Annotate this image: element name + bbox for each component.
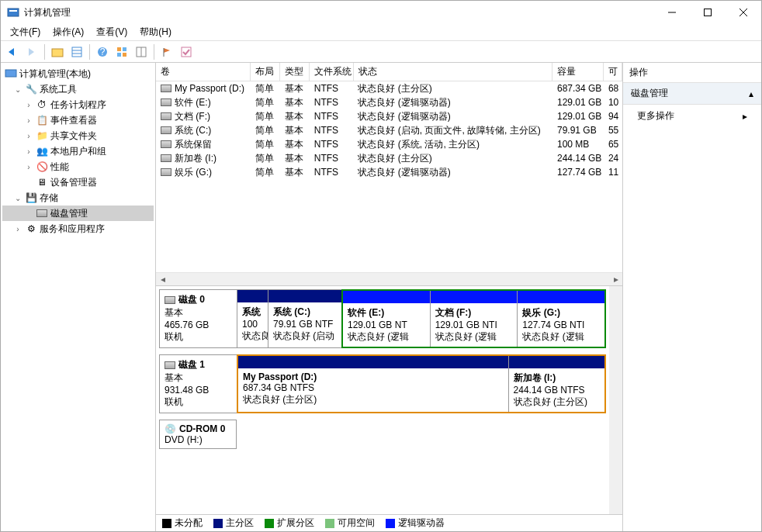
volume-row[interactable]: 系统保留简单基本NTFS状态良好 (系统, 活动, 主分区)100 MB65: [156, 137, 622, 151]
volume-status: 状态良好 (主分区): [353, 81, 552, 96]
menu-view[interactable]: 查看(V): [90, 24, 133, 40]
col-status[interactable]: 状态: [354, 63, 552, 81]
col-type[interactable]: 类型: [280, 63, 310, 81]
volume-row[interactable]: My Passport (D:)简单基本NTFS状态良好 (主分区)687.34…: [156, 81, 622, 95]
swatch-icon: [386, 519, 395, 528]
volume-fs: NTFS: [310, 166, 354, 178]
tool-refresh-icon[interactable]: [133, 43, 150, 60]
tree-label: 服务和应用程序: [40, 223, 105, 236]
scroll-left-icon[interactable]: ◂: [156, 273, 169, 286]
tree-root[interactable]: 计算机管理(本地): [2, 66, 154, 81]
collapse-icon[interactable]: ▴: [749, 88, 753, 99]
expand-icon[interactable]: ›: [13, 225, 23, 233]
tool-list-icon[interactable]: [68, 43, 85, 60]
expand-icon[interactable]: ›: [24, 101, 33, 109]
actions-section[interactable]: 磁盘管理▴: [623, 83, 761, 105]
minimize-button[interactable]: [654, 1, 690, 24]
volume-layout: 简单: [251, 123, 280, 138]
tree-performance[interactable]: ›🚫性能: [2, 159, 154, 174]
partition[interactable]: 软件 (E:)129.01 GB NT状态良好 (逻辑: [343, 291, 431, 347]
tree-eventviewer[interactable]: ›📋事件查看器: [2, 112, 154, 128]
horizontal-scrollbar[interactable]: ◂ ▸: [156, 272, 622, 285]
tree-sharedfolders[interactable]: ›📁共享文件夹: [2, 128, 154, 143]
expand-icon[interactable]: ›: [24, 116, 33, 125]
volume-row[interactable]: 文档 (F:)简单基本NTFS状态良好 (逻辑驱动器)129.01 GB94: [156, 109, 622, 123]
tool-grid-icon[interactable]: [113, 43, 130, 60]
volume-available: 65: [604, 138, 622, 150]
legend-free: 可用空间: [325, 516, 375, 530]
maximize-button[interactable]: [690, 1, 726, 24]
volume-icon: [161, 126, 171, 134]
partition[interactable]: My Passport (D:)687.34 GB NTFS状态良好 (主分区): [238, 356, 509, 412]
tree-storage[interactable]: ⌄💾存储: [2, 190, 154, 206]
menu-file[interactable]: 文件(F): [4, 24, 47, 40]
actions-more[interactable]: 更多操作▸: [623, 105, 761, 127]
tool-flag-icon[interactable]: [158, 43, 175, 60]
col-capacity[interactable]: 容量: [552, 63, 604, 81]
volume-status: 状态良好 (逻辑驱动器): [353, 165, 552, 180]
tree-devicemgr[interactable]: 🖥设备管理器: [2, 174, 154, 190]
perf-icon: 🚫: [36, 161, 48, 173]
volume-capacity: 244.14 GB: [552, 152, 604, 164]
expand-icon[interactable]: ›: [24, 147, 33, 156]
volume-row[interactable]: 系统 (C:)简单基本NTFS状态良好 (启动, 页面文件, 故障转储, 主分区…: [156, 123, 622, 137]
volume-type: 基本: [280, 151, 310, 166]
svg-rect-19: [182, 47, 191, 57]
volume-list-body: My Passport (D:)简单基本NTFS状态良好 (主分区)687.34…: [156, 81, 622, 272]
scroll-right-icon[interactable]: ▸: [609, 273, 622, 286]
partition[interactable]: 系统100状态良好: [237, 289, 268, 348]
partition-status: 状态良好 (逻辑: [348, 330, 425, 344]
volume-status: 状态良好 (逻辑驱动器): [353, 95, 552, 110]
partition-stripe: [237, 290, 268, 302]
partition[interactable]: 文档 (F:)129.01 GB NTI状态良好 (逻辑: [431, 291, 518, 347]
device-icon: 🖥: [36, 176, 48, 188]
close-button[interactable]: [726, 1, 761, 24]
disk-type: 基本: [165, 306, 232, 320]
tree-localusers[interactable]: ›👥本地用户和组: [2, 143, 154, 159]
expand-icon[interactable]: ›: [24, 132, 33, 140]
partition[interactable]: 新加卷 (I:)244.14 GB NTFS状态良好 (主分区): [509, 356, 604, 412]
col-filesystem[interactable]: 文件系统: [310, 63, 354, 81]
back-button[interactable]: [4, 43, 21, 60]
svg-rect-3: [705, 9, 712, 16]
tree-label: 任务计划程序: [50, 98, 106, 112]
tree-scheduler[interactable]: ›⏱任务计划程序: [2, 97, 154, 112]
menu-action[interactable]: 操作(A): [47, 24, 90, 40]
disk-info[interactable]: 磁盘 1 基本 931.48 GB 联机: [159, 354, 237, 413]
col-available[interactable]: 可: [604, 63, 622, 81]
legend-logical: 逻辑驱动器: [386, 516, 445, 530]
svg-rect-1: [9, 10, 17, 12]
volume-layout: 简单: [251, 137, 280, 152]
volume-type: 基本: [280, 95, 310, 110]
tree-label: 共享文件夹: [50, 130, 97, 143]
disk-icon: [165, 296, 175, 304]
disk-info[interactable]: 💿CD-ROM 0 DVD (H:): [159, 420, 237, 449]
expand-icon[interactable]: ›: [24, 163, 33, 171]
tree-diskmgmt[interactable]: 磁盘管理: [2, 206, 154, 221]
partition[interactable]: 娱乐 (G:)127.74 GB NTI状态良好 (逻辑: [518, 291, 604, 347]
partition[interactable]: 系统 (C:)79.91 GB NTF状态良好 (启动: [268, 289, 341, 348]
disk-info[interactable]: 磁盘 0 基本 465.76 GB 联机: [159, 289, 237, 348]
forward-button[interactable]: [23, 43, 40, 60]
swatch-icon: [162, 519, 171, 528]
svg-rect-7: [72, 47, 81, 57]
volume-row[interactable]: 娱乐 (G:)简单基本NTFS状态良好 (逻辑驱动器)127.74 GB11: [156, 165, 622, 179]
volume-list: 卷 布局 类型 文件系统 状态 容量 可 My Passport (D:)简单基…: [156, 63, 622, 286]
col-volume[interactable]: 卷: [156, 63, 251, 81]
tree-label: 存储: [40, 192, 58, 205]
main-area: 计算机管理(本地) ⌄🔧系统工具 ›⏱任务计划程序 ›📋事件查看器 ›📁共享文件…: [1, 63, 761, 531]
menu-help[interactable]: 帮助(H): [133, 24, 178, 40]
tree-services[interactable]: ›⚙服务和应用程序: [2, 221, 154, 237]
folder-icon: 📁: [36, 130, 48, 142]
volume-row[interactable]: 软件 (E:)简单基本NTFS状态良好 (逻辑驱动器)129.01 GB10: [156, 95, 622, 109]
tool-folder-icon[interactable]: [49, 43, 66, 60]
collapse-icon[interactable]: ⌄: [13, 194, 23, 202]
tool-help-icon[interactable]: ?: [94, 43, 111, 60]
cdrom-icon: 💿: [165, 423, 176, 434]
tool-check-icon[interactable]: [178, 43, 195, 60]
partition-size: 129.01 GB NTI: [435, 320, 513, 330]
volume-row[interactable]: 新加卷 (I:)简单基本NTFS状态良好 (主分区)244.14 GB24: [156, 151, 622, 165]
tree-systools[interactable]: ⌄🔧系统工具: [2, 81, 154, 97]
collapse-icon[interactable]: ⌄: [13, 85, 23, 94]
col-layout[interactable]: 布局: [251, 63, 280, 81]
